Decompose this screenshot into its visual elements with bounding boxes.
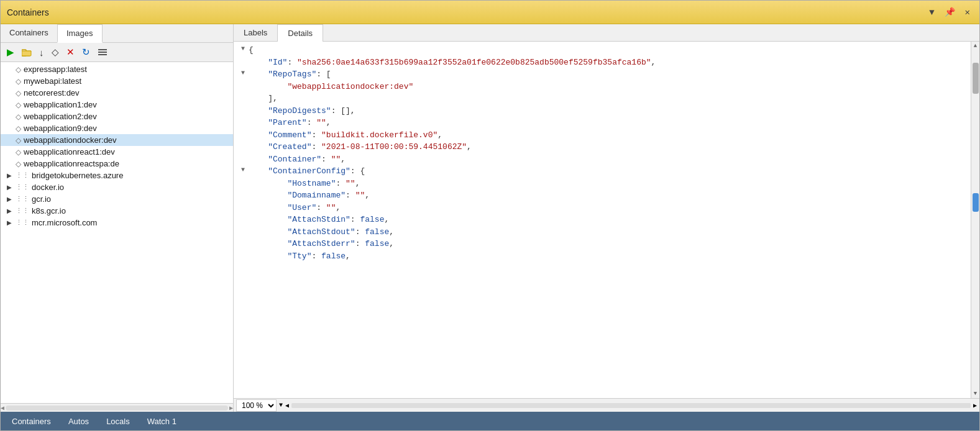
tab-details[interactable]: Details [277,24,323,42]
tag-button[interactable]: ◇ [49,45,62,59]
image-icon: ◇ [16,112,21,121]
json-line: "Domainname" : "" , [234,189,971,202]
list-item[interactable]: ◇ webapplicationdocker:dev [1,134,233,146]
collapse-placeholder [239,153,247,163]
scroll-left-small[interactable]: ◀ [285,402,289,409]
scroll-right-small[interactable]: ▶ [973,402,977,409]
open-folder-button[interactable] [19,47,34,58]
close-button[interactable]: ✕ [962,6,973,19]
json-line: ], [234,93,971,105]
expand-arrow[interactable]: ▶ [7,172,16,179]
left-panel: Containers Images ▶ ↓ ◇ ✕ ↻ [1,24,234,412]
collapse-btn[interactable]: ▼ [239,165,247,175]
item-label: webapplication2:dev [24,112,97,121]
expand-arrow[interactable]: ▶ [7,196,16,202]
list-item[interactable]: ▶ ⋮⋮ mcr.microsoft.com [1,217,233,229]
title-bar-controls: ▼ 📌 ✕ [926,6,973,19]
tab-containers[interactable]: Containers [1,24,57,42]
list-item[interactable]: ◇ netcorerest:dev [1,87,233,99]
expand-arrow[interactable]: ▶ [7,207,16,214]
bottom-tab-watch1[interactable]: Watch 1 [139,414,185,429]
arrow-placeholder [7,137,16,143]
scroll-left-arrow[interactable]: ◀ [1,404,4,412]
image-toolbar: ▶ ↓ ◇ ✕ ↻ [1,43,233,62]
vertical-scrollbar[interactable]: ▲ ▼ [971,42,979,398]
image-icon: ◇ [16,124,21,133]
arrow-placeholder [7,89,16,96]
bottom-tab-containers[interactable]: Containers [3,414,60,429]
list-item[interactable]: ◇ webapplicationreactspa:de [1,158,233,170]
list-item[interactable]: ◇ webapplication2:dev [1,111,233,122]
scroll-thumb[interactable] [973,63,979,94]
scroll-track[interactable] [6,406,228,411]
refresh-button[interactable]: ↻ [80,45,93,59]
scroll-right-arrow[interactable]: ▶ [229,404,233,412]
bottom-tab-autos[interactable]: Autos [60,414,98,429]
arrow-placeholder [7,125,16,132]
list-item[interactable]: ◇ expressapp:latest [1,63,233,75]
window-title: Containers [7,7,49,17]
list-item[interactable]: ◇ webapplication9:dev [1,122,233,134]
group-icon: ⋮⋮ [16,195,29,203]
item-label: docker.io [32,183,64,192]
json-content-area: ▼ { "Id" : "sha256:0ae14a633f315b699aa12… [234,42,979,398]
image-tree[interactable]: ◇ expressapp:latest ◇ mywebapi:latest ◇ … [1,62,233,403]
list-item[interactable]: ▶ ⋮⋮ k8s.gcr.io [1,205,233,217]
collapse-placeholder [239,250,247,260]
pull-button[interactable]: ↓ [37,46,47,59]
bottom-tab-bar: Containers Autos Locals Watch 1 [1,412,979,430]
zoom-dropdown-arrow[interactable]: ▼ [279,402,283,409]
collapse-placeholder [239,202,247,211]
json-line: "RepoDigests" : [] , [234,105,971,117]
more-button[interactable] [95,47,110,58]
bottom-tab-locals[interactable]: Locals [98,414,139,429]
group-icon: ⋮⋮ [16,183,29,191]
image-icon: ◇ [16,160,21,168]
scroll-track[interactable] [971,50,979,389]
dropdown-icon[interactable]: ▼ [926,6,937,19]
expand-arrow[interactable]: ▶ [7,219,16,226]
collapse-placeholder [239,129,247,138]
json-line: "AttachStdin" : false , [234,214,971,226]
zoom-bar: 100 % ▼ ◀ ▶ [234,398,979,412]
item-label: webapplicationdocker:dev [24,135,117,145]
collapse-btn[interactable]: ▼ [239,68,247,78]
item-label: gcr.io [32,194,51,204]
json-line: ▼ "ContainerConfig" : { [234,165,971,178]
list-item[interactable]: ◇ mywebapi:latest [1,75,233,87]
left-horizontal-scrollbar[interactable]: ◀ ▶ [1,403,233,412]
json-viewer: ▼ { "Id" : "sha256:0ae14a633f315b699aa12… [234,42,971,265]
image-icon: ◇ [16,101,21,109]
json-line: "AttachStdout" : false , [234,226,971,238]
list-item[interactable]: ◇ webapplication1:dev [1,99,233,111]
right-panel: Labels Details ▼ { [234,24,979,412]
tab-images[interactable]: Images [57,24,103,43]
run-button[interactable]: ▶ [4,45,17,59]
expand-arrow[interactable]: ▶ [7,184,16,191]
collapse-placeholder [239,178,247,187]
scroll-up-arrow[interactable]: ▲ [971,42,979,50]
collapse-btn[interactable]: ▼ [239,44,247,53]
list-item[interactable]: ▶ ⋮⋮ gcr.io [1,193,233,205]
h-scrollbar-right[interactable] [291,403,971,408]
collapse-placeholder [239,141,247,150]
json-line: ▼ { [234,44,971,57]
item-label: webapplicationreact1:dev [24,147,115,157]
zoom-select[interactable]: 100 % [236,399,277,412]
svg-rect-3 [98,52,107,53]
json-line: "User" : "" , [234,202,971,214]
left-tab-bar: Containers Images [1,24,233,43]
item-label: netcorerest:dev [24,88,80,98]
scroll-thumb-active[interactable] [973,193,979,212]
image-icon: ◇ [16,136,21,145]
pin-icon[interactable]: 📌 [941,6,958,19]
list-item[interactable]: ▶ ⋮⋮ docker.io [1,181,233,193]
item-label: webapplicationreactspa:de [24,159,119,168]
list-item[interactable]: ◇ webapplicationreact1:dev [1,146,233,158]
scroll-down-arrow[interactable]: ▼ [971,389,979,398]
json-scroll[interactable]: ▼ { "Id" : "sha256:0ae14a633f315b699aa12… [234,42,971,398]
tab-labels[interactable]: Labels [234,24,277,41]
delete-button[interactable]: ✕ [64,45,77,59]
list-item[interactable]: ▶ ⋮⋮ bridgetokubernetes.azure [1,170,233,181]
json-line: "Id" : "sha256:0ae14a633f315b699aa12f355… [234,57,971,69]
